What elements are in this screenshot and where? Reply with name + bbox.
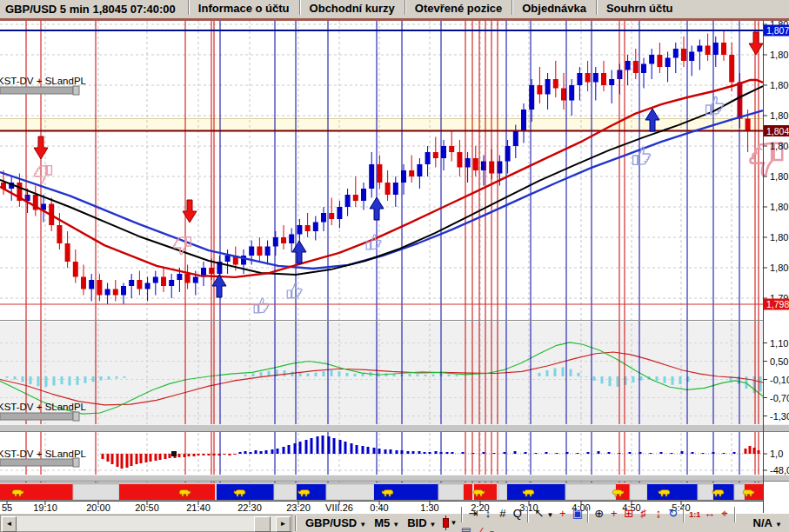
svg-text:23:20: 23:20 xyxy=(286,502,311,513)
svg-text:20:00: 20:00 xyxy=(86,502,110,513)
signal-segment-none[interactable] xyxy=(498,484,507,500)
pane-label-2: KST-DV + SLandPL xyxy=(0,402,87,412)
signal-segment-none[interactable] xyxy=(73,484,119,500)
crosshair-box-icon[interactable]: ⊞ xyxy=(621,505,636,522)
status-selector[interactable]: N/A ▼ xyxy=(753,516,784,529)
one-to-one-icon[interactable]: 1:1 xyxy=(687,506,702,523)
svg-text:1,8050: 1,8050 xyxy=(770,110,789,121)
scroll-left-button[interactable]: ◄ xyxy=(2,516,17,532)
toolbar-separator xyxy=(461,507,463,522)
chart-horizontal-scrollbar[interactable]: ◄ ► xyxy=(0,515,292,532)
cascade-windows-icon[interactable]: ▣ xyxy=(570,505,585,522)
svg-text:1,0: 1,0 xyxy=(770,449,783,459)
period-select[interactable]: M5 xyxy=(368,516,392,529)
toolbar-icons: ⇥↕#Q↖▼+▣⊕+⊞♯↨↻1:1↔⌖▤∕▼ xyxy=(458,505,752,532)
pointer-icon-arrow[interactable]: ▼ xyxy=(546,511,555,519)
grid-icon[interactable]: # xyxy=(495,505,510,522)
price-type-select[interactable]: BID xyxy=(401,516,429,529)
signal-segment-none[interactable] xyxy=(326,484,374,500)
svg-text:1,8070: 1,8070 xyxy=(770,50,789,60)
svg-text:1,8078: 1,8078 xyxy=(766,25,789,36)
crosshair-pointer-icon[interactable]: + xyxy=(555,505,570,522)
tab-4[interactable]: Objednávka xyxy=(512,0,596,15)
svg-text:1:30: 1:30 xyxy=(420,502,438,513)
pane-backgrounds xyxy=(0,19,789,513)
h-arrows-icon[interactable]: ↔ xyxy=(702,505,717,522)
tab-1[interactable]: Informace o účtu xyxy=(188,0,299,15)
svg-text:-48,0: -48,0 xyxy=(770,465,789,475)
svg-text:1,8030: 1,8030 xyxy=(770,171,789,182)
svg-text:21:40: 21:40 xyxy=(186,502,211,513)
svg-text:55: 55 xyxy=(2,502,12,513)
vline-arrows-icon[interactable]: ↨ xyxy=(651,505,665,522)
toolbar-separator xyxy=(734,507,736,522)
chart-style-dropdown-arrow[interactable]: ▼ xyxy=(450,519,458,527)
trading-app-window: GBP/USD 5 min 1,8045 07:40:00 Informace … xyxy=(0,0,789,532)
signal-segment-none[interactable] xyxy=(630,484,647,500)
tab-strip: Informace o účtuObchodní kurzyOtevřené p… xyxy=(188,0,683,18)
svg-text:19:10: 19:10 xyxy=(33,502,57,513)
signal-segment-none[interactable] xyxy=(698,484,713,500)
target-icon[interactable]: ⌖ xyxy=(717,505,732,522)
svg-text:-0,10: -0,10 xyxy=(770,375,789,385)
symbol-select[interactable]: GBP/USD xyxy=(299,516,359,529)
signal-segment-bull[interactable] xyxy=(647,484,698,500)
fit-vertical-icon[interactable]: ↕ xyxy=(480,505,495,522)
pane-label-scrollbar[interactable] xyxy=(0,412,79,421)
pane-label-scrollbar[interactable] xyxy=(0,458,79,467)
svg-text:22:30: 22:30 xyxy=(237,502,262,513)
svg-text:-1,30: -1,30 xyxy=(770,411,789,422)
signal-segment-bear[interactable] xyxy=(0,484,73,500)
status-dropdown-arrow[interactable]: ▼ xyxy=(775,521,784,529)
toolbar-separator xyxy=(295,515,297,531)
price-band xyxy=(0,119,763,131)
tab-3[interactable]: Otevřené pozice xyxy=(405,0,512,15)
signal-segment-none[interactable] xyxy=(274,484,297,500)
scroll-right-button[interactable]: ► xyxy=(276,516,291,532)
pointer-icon[interactable]: ↖ xyxy=(532,505,546,522)
svg-text:1,8010: 1,8010 xyxy=(770,232,789,243)
signal-segment-none[interactable] xyxy=(565,484,616,500)
price-type-select-arrow[interactable]: ▼ xyxy=(430,521,438,529)
svg-text:1,8040: 1,8040 xyxy=(770,141,789,151)
svg-text:1,7988: 1,7988 xyxy=(766,299,789,309)
zoom-region-icon[interactable]: Q xyxy=(510,505,525,522)
scrollbar-thumb[interactable] xyxy=(254,516,271,532)
refresh-icon[interactable]: ↻ xyxy=(665,505,680,522)
snap-to-end-icon[interactable]: ⇥ xyxy=(465,505,480,522)
period-select-arrow[interactable]: ▼ xyxy=(392,521,401,529)
svg-text:20:50: 20:50 xyxy=(135,502,159,513)
trendline-icon[interactable]: ∕ xyxy=(473,523,488,532)
toolbar-separator xyxy=(527,507,529,522)
signal-segment-bear[interactable] xyxy=(119,484,215,500)
bottom-toolbar: ◄ ► GBP/USD▼M5▼BID▼ ▼ ⇥↕#Q↖▼+▣⊕+⊞♯↨↻1:1↔… xyxy=(0,513,789,532)
indicator2-marker xyxy=(171,451,177,456)
svg-text:1,8060: 1,8060 xyxy=(770,80,789,90)
signal-strip xyxy=(0,484,763,500)
pane-label-scrollbar[interactable] xyxy=(0,86,79,95)
svg-text:-0,70: -0,70 xyxy=(770,393,789,403)
tab-5[interactable]: Souhrn účtu xyxy=(596,0,683,15)
pane-splitter-2[interactable] xyxy=(0,475,789,482)
svg-text:1,10: 1,10 xyxy=(770,338,788,349)
svg-text:0,50: 0,50 xyxy=(770,356,788,367)
parallel-lines-icon[interactable]: ♯ xyxy=(636,505,651,522)
chart-canvas[interactable]: 1,80801,80701,80601,80501,80401,80301,80… xyxy=(0,19,789,513)
tab-2[interactable]: Obchodní kurzy xyxy=(299,0,405,15)
symbol-select-arrow[interactable]: ▼ xyxy=(359,521,368,529)
svg-text:1,8000: 1,8000 xyxy=(770,263,789,273)
svg-text:0:40: 0:40 xyxy=(370,502,388,513)
toolbar-separator xyxy=(587,507,589,522)
zoom-in-icon[interactable]: ⊕ xyxy=(592,505,606,522)
svg-text:VIII.26: VIII.26 xyxy=(325,502,353,513)
pane-splitter-1[interactable] xyxy=(0,424,789,432)
chart-title: GBP/USD 5 min 1,8045 07:40:00 xyxy=(0,0,188,18)
svg-text:1,8045: 1,8045 xyxy=(766,126,789,136)
combo-group: GBP/USD▼M5▼BID▼ xyxy=(299,516,438,529)
signal-segment-red[interactable] xyxy=(464,484,472,500)
signal-segment-none[interactable] xyxy=(438,484,464,500)
chart-style-candle-icon[interactable] xyxy=(443,518,449,528)
crosshair-small-icon[interactable]: + xyxy=(606,505,621,522)
new-doc-icon[interactable]: ▤ xyxy=(458,523,473,532)
signal-segment-bull[interactable] xyxy=(507,484,565,500)
